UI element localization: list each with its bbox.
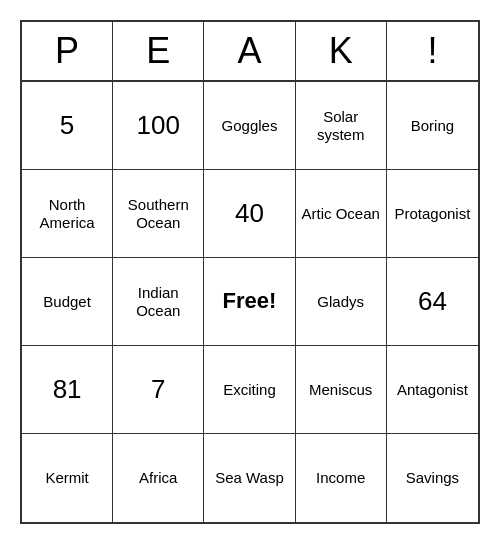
cell-22: Sea Wasp [204, 434, 295, 522]
cell-0: 5 [22, 82, 113, 170]
cell-13: Gladys [296, 258, 387, 346]
cell-19: Antagonist [387, 346, 478, 434]
cell-8: Artic Ocean [296, 170, 387, 258]
bingo-grid: 5100GogglesSolar systemBoringNorth Ameri… [22, 82, 478, 522]
cell-6: Southern Ocean [113, 170, 204, 258]
cell-2: Goggles [204, 82, 295, 170]
cell-18: Meniscus [296, 346, 387, 434]
cell-4: Boring [387, 82, 478, 170]
cell-21: Africa [113, 434, 204, 522]
cell-14: 64 [387, 258, 478, 346]
bingo-card: PEAK! 5100GogglesSolar systemBoringNorth… [20, 20, 480, 524]
cell-9: Protagonist [387, 170, 478, 258]
cell-23: Income [296, 434, 387, 522]
header-letter-a: A [204, 22, 295, 80]
header-letter-e: E [113, 22, 204, 80]
header-letter-p: P [22, 22, 113, 80]
cell-16: 7 [113, 346, 204, 434]
cell-17: Exciting [204, 346, 295, 434]
cell-5: North America [22, 170, 113, 258]
cell-3: Solar system [296, 82, 387, 170]
cell-12: Free! [204, 258, 295, 346]
cell-7: 40 [204, 170, 295, 258]
header-row: PEAK! [22, 22, 478, 82]
cell-20: Kermit [22, 434, 113, 522]
cell-10: Budget [22, 258, 113, 346]
cell-1: 100 [113, 82, 204, 170]
cell-24: Savings [387, 434, 478, 522]
header-letter-k: K [296, 22, 387, 80]
cell-15: 81 [22, 346, 113, 434]
header-letter-!: ! [387, 22, 478, 80]
cell-11: Indian Ocean [113, 258, 204, 346]
